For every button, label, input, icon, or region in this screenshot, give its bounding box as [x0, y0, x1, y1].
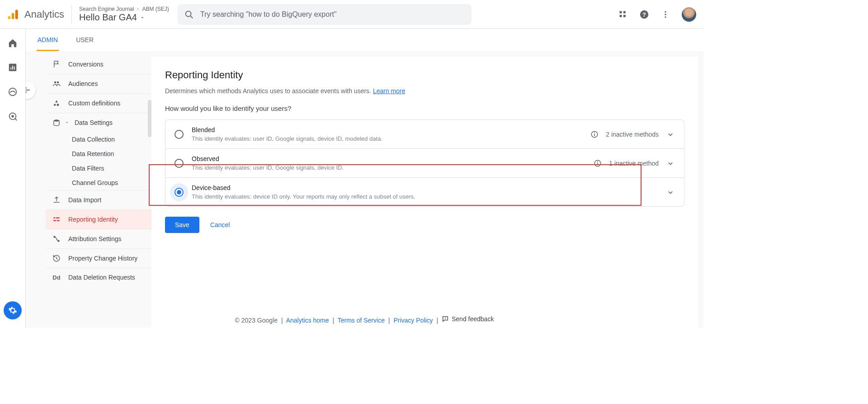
- menu-label: Conversions: [68, 61, 104, 68]
- menu-label: Audiences: [68, 80, 98, 87]
- page-title: Reporting Identity: [165, 69, 684, 81]
- cancel-button[interactable]: Cancel: [210, 221, 230, 228]
- breadcrumb-org: Search Engine Journal: [79, 6, 134, 12]
- advertising-icon[interactable]: [8, 111, 18, 121]
- svg-point-25: [54, 119, 59, 122]
- property-name: Hello Bar GA4: [79, 12, 137, 23]
- menu-conversions[interactable]: Conversions: [46, 55, 151, 74]
- arrow-left-icon: [26, 86, 31, 95]
- radio-blended[interactable]: [175, 130, 184, 139]
- admin-side-menu: Conversions Audiences Custom definitions…: [46, 51, 151, 328]
- avatar[interactable]: [682, 7, 696, 22]
- submenu-data-retention[interactable]: Data Retention: [72, 147, 151, 161]
- chevron-down-icon[interactable]: [666, 130, 675, 139]
- menu-label: Data Import: [68, 196, 101, 204]
- svg-point-37: [597, 161, 598, 162]
- attribution-icon: [52, 235, 61, 243]
- chevron-right-icon: [136, 7, 140, 11]
- svg-rect-0: [8, 16, 11, 19]
- menu-label: Reporting Identity: [68, 216, 118, 223]
- separator: [71, 5, 72, 24]
- menu-audiences[interactable]: Audiences: [46, 74, 151, 93]
- identity-icon: [52, 215, 61, 223]
- svg-point-12: [665, 14, 666, 15]
- menu-label: Property Change History: [68, 255, 137, 262]
- svg-rect-6: [623, 11, 626, 13]
- svg-rect-16: [12, 66, 13, 69]
- reports-icon[interactable]: [8, 62, 18, 72]
- menu-data-deletion[interactable]: Dd Data Deletion Requests: [46, 268, 151, 286]
- svg-rect-38: [445, 318, 445, 319]
- option-desc: This identity evaluates: user ID, Google…: [192, 135, 582, 142]
- menu-attribution-settings[interactable]: Attribution Settings: [46, 229, 151, 248]
- inactive-methods-text: 1 inactive method: [609, 160, 659, 167]
- radio-device-based[interactable]: [175, 188, 184, 197]
- menu-custom-definitions[interactable]: Custom definitions: [46, 93, 151, 113]
- chevron-down-icon[interactable]: [666, 159, 675, 168]
- people-icon: [52, 80, 61, 88]
- flag-icon: [52, 60, 61, 68]
- option-blended[interactable]: Blended This identity evaluates: user ID…: [165, 120, 684, 149]
- submenu-channel-groups[interactable]: Channel Groups: [72, 176, 151, 190]
- svg-rect-24: [57, 104, 59, 106]
- submenu-data-collection[interactable]: Data Collection: [72, 132, 151, 147]
- breadcrumb-account: ABM (SEJ): [142, 6, 169, 12]
- svg-rect-1: [12, 13, 14, 19]
- radio-observed[interactable]: [175, 159, 184, 168]
- tab-admin[interactable]: ADMIN: [37, 29, 59, 51]
- svg-point-23: [54, 104, 56, 106]
- option-title: Blended: [192, 126, 582, 133]
- history-icon: [52, 254, 61, 262]
- svg-rect-36: [598, 162, 599, 165]
- admin-tabs: ADMIN USER: [26, 29, 703, 51]
- breadcrumb: Search Engine Journal ABM (SEJ): [79, 6, 170, 12]
- question-label: How would you like to identify your user…: [165, 105, 684, 112]
- tab-user[interactable]: USER: [75, 29, 94, 51]
- admin-body: Conversions Audiences Custom definitions…: [26, 51, 703, 328]
- footer-tos[interactable]: Terms of Service: [338, 317, 385, 324]
- svg-rect-26: [53, 218, 55, 219]
- analytics-logo-icon: [6, 8, 19, 21]
- save-button[interactable]: Save: [165, 217, 199, 233]
- svg-rect-2: [15, 10, 18, 19]
- info-icon[interactable]: [594, 159, 602, 167]
- main-panel: Reporting Identity Determines which meth…: [151, 57, 698, 328]
- explore-icon[interactable]: [8, 87, 18, 97]
- scrollbar-thumb[interactable]: [148, 100, 151, 137]
- menu-reporting-identity[interactable]: Reporting Identity: [46, 209, 151, 229]
- admin-gear-button[interactable]: [4, 301, 22, 319]
- option-device-based[interactable]: Device-based This identity evaluates: de…: [165, 178, 684, 206]
- svg-rect-15: [10, 67, 11, 70]
- svg-line-4: [191, 16, 193, 18]
- page-body: ADMIN USER Conversions Audiences: [0, 29, 703, 328]
- menu-change-history[interactable]: Property Change History: [46, 248, 151, 268]
- dd-text-icon: Dd: [52, 274, 61, 281]
- svg-point-21: [54, 81, 57, 84]
- help-icon[interactable]: ?: [639, 10, 649, 19]
- footer: © 2023 Google | Analytics home | Terms o…: [25, 315, 703, 324]
- chevron-down-icon[interactable]: [666, 188, 675, 197]
- learn-more-link[interactable]: Learn more: [373, 87, 406, 95]
- admin-content: ADMIN USER Conversions Audiences: [26, 29, 703, 328]
- option-observed[interactable]: Observed This identity evaluates: user I…: [165, 149, 684, 178]
- menu-data-settings[interactable]: Data Settings: [46, 113, 151, 132]
- send-feedback-button[interactable]: Send feedback: [442, 315, 494, 323]
- back-button[interactable]: [26, 81, 36, 99]
- search-input[interactable]: Try searching "how to do BigQuery export…: [178, 4, 472, 25]
- gear-icon: [8, 306, 17, 315]
- more-vert-icon[interactable]: [661, 10, 670, 19]
- menu-data-import[interactable]: Data Import: [46, 190, 151, 209]
- home-icon[interactable]: [8, 38, 18, 48]
- submenu-data-filters[interactable]: Data Filters: [72, 161, 151, 176]
- logo-area: Analytics: [4, 8, 64, 21]
- footer-analytics-home[interactable]: Analytics home: [286, 317, 329, 324]
- page-description: Determines which methods Analytics uses …: [165, 87, 684, 95]
- option-title: Observed: [192, 155, 585, 162]
- info-icon[interactable]: [590, 130, 599, 138]
- property-selector[interactable]: Search Engine Journal ABM (SEJ) Hello Ba…: [79, 6, 170, 23]
- top-actions: ?: [618, 7, 696, 22]
- copyright: © 2023 Google: [235, 317, 278, 324]
- footer-privacy[interactable]: Privacy Policy: [393, 317, 433, 324]
- menu-label: Data Settings: [75, 119, 113, 126]
- apps-icon[interactable]: [618, 10, 627, 19]
